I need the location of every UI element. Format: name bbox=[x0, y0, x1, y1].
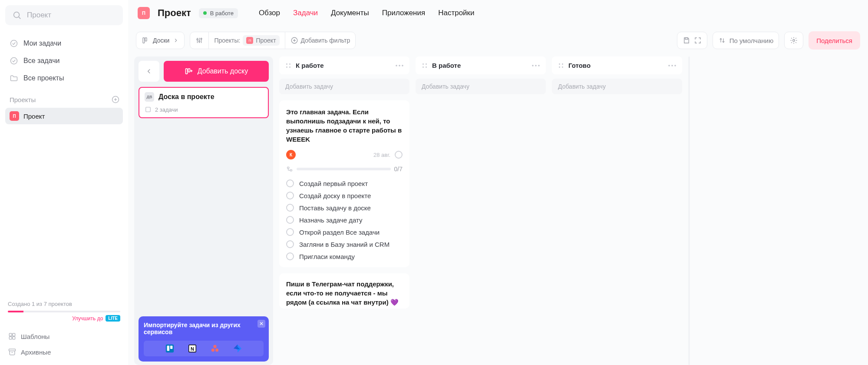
board-name: Доска в проекте bbox=[158, 93, 215, 101]
subtask-item[interactable]: Назначь задаче дату bbox=[286, 216, 403, 224]
subtask-checkbox[interactable] bbox=[286, 216, 294, 224]
board-icon bbox=[142, 36, 149, 44]
svg-rect-7 bbox=[9, 333, 12, 336]
task-complete-checkbox[interactable] bbox=[395, 151, 403, 159]
task-date: 28 авг. bbox=[373, 152, 390, 158]
svg-text:N: N bbox=[191, 346, 194, 352]
jira-icon[interactable] bbox=[232, 343, 243, 354]
add-board-button[interactable]: Добавить доску bbox=[164, 61, 269, 82]
subtask-checkbox[interactable] bbox=[286, 228, 294, 236]
column-header[interactable]: Готово bbox=[552, 56, 682, 74]
board-view-selector[interactable]: Доски bbox=[136, 32, 185, 49]
gear-icon bbox=[790, 36, 798, 44]
tab-apps[interactable]: Приложения bbox=[382, 9, 425, 17]
svg-point-44 bbox=[289, 66, 290, 68]
add-board-icon bbox=[185, 67, 193, 76]
notion-icon[interactable]: N bbox=[187, 343, 198, 354]
filter-settings-button[interactable] bbox=[190, 32, 208, 49]
check-circle-icon bbox=[10, 39, 18, 48]
task-card[interactable]: Это главная задача. Если выполнишь подза… bbox=[279, 100, 409, 267]
column-header[interactable]: К работе bbox=[279, 56, 409, 74]
status-dot-icon bbox=[203, 11, 207, 15]
svg-point-60 bbox=[562, 66, 563, 68]
tab-documents[interactable]: Документы bbox=[331, 9, 369, 17]
nav-templates[interactable]: Шаблоны bbox=[5, 328, 123, 344]
tab-settings[interactable]: Настройки bbox=[438, 9, 474, 17]
add-project-icon[interactable] bbox=[112, 96, 119, 103]
svg-point-52 bbox=[422, 66, 424, 68]
header-project-badge: П bbox=[138, 7, 150, 19]
progress-text: 0/7 bbox=[394, 166, 403, 173]
more-icon[interactable] bbox=[396, 65, 403, 66]
subtask-checkbox[interactable] bbox=[286, 192, 294, 199]
tab-tasks[interactable]: Задачи bbox=[293, 9, 318, 17]
subtask-item[interactable]: Пригласи команду bbox=[286, 252, 403, 260]
add-task-input[interactable]: Добавить задачу bbox=[552, 79, 682, 94]
subtask-checkbox[interactable] bbox=[286, 179, 294, 187]
folder-icon bbox=[10, 74, 18, 83]
task-card[interactable]: Пиши в Телеграм-чат поддержки, если что-… bbox=[279, 273, 409, 309]
sort-selector[interactable]: По умолчанию bbox=[713, 32, 779, 49]
nav-archived[interactable]: Архивные bbox=[5, 344, 123, 360]
tab-overview[interactable]: Обзор bbox=[259, 9, 280, 17]
plus-circle-icon bbox=[290, 36, 298, 44]
nav-my-tasks[interactable]: Мои задачи bbox=[5, 36, 123, 51]
save-icon bbox=[683, 36, 690, 44]
projects-filter[interactable]: Проекты: П Проект bbox=[208, 32, 284, 49]
subtask-item[interactable]: Создай доску в проекте bbox=[286, 192, 403, 199]
projects-header-label: Проекты bbox=[10, 96, 36, 103]
svg-point-62 bbox=[671, 65, 673, 66]
svg-point-46 bbox=[399, 65, 400, 66]
subtask-checkbox[interactable] bbox=[286, 252, 294, 260]
import-title: Импортируйте задачи из других сервисов bbox=[144, 322, 264, 335]
svg-point-20 bbox=[201, 38, 202, 40]
asana-icon[interactable] bbox=[210, 343, 220, 354]
board-list-panel: Добавить доску ДВ Доска в проекте 2 зада… bbox=[134, 56, 273, 365]
subtask-item[interactable]: Создай первый проект bbox=[286, 179, 403, 187]
sidebar-project-item[interactable]: П Проект bbox=[5, 108, 123, 124]
column-done: Готово Добавить задачу bbox=[552, 56, 682, 365]
avatar: К bbox=[286, 150, 296, 159]
svg-point-16 bbox=[197, 39, 198, 40]
subtask-checkbox[interactable] bbox=[286, 204, 294, 212]
subtask-item[interactable]: Поставь задачу в доске bbox=[286, 204, 403, 212]
subtask-item[interactable]: Загляни в Базу знаний и CRM bbox=[286, 240, 403, 248]
svg-rect-11 bbox=[9, 349, 16, 351]
import-popup: ✕ Импортируйте задачи из других сервисов… bbox=[139, 316, 269, 362]
column-todo: К работе Добавить задачу Это главная зад… bbox=[279, 56, 409, 365]
svg-point-3 bbox=[11, 58, 17, 64]
trello-icon[interactable] bbox=[165, 343, 175, 354]
more-icon[interactable] bbox=[668, 65, 676, 66]
search-input[interactable]: Проект bbox=[5, 5, 123, 25]
svg-rect-35 bbox=[170, 346, 173, 349]
svg-point-39 bbox=[211, 348, 215, 352]
svg-rect-49 bbox=[290, 169, 292, 171]
svg-rect-32 bbox=[146, 107, 151, 112]
sidebar: Проект Мои задачи Все задачи Все проекты… bbox=[0, 0, 128, 365]
add-task-input[interactable]: Добавить задачу bbox=[279, 79, 409, 94]
save-view-button[interactable] bbox=[677, 32, 707, 49]
add-filter-button[interactable]: Добавить фильтр bbox=[285, 32, 356, 49]
sliders-icon bbox=[195, 36, 203, 44]
subtask-checkbox[interactable] bbox=[286, 240, 294, 248]
subtask-item[interactable]: Открой раздел Все задачи bbox=[286, 228, 403, 236]
main: П Проект В работе Обзор Задачи Документы… bbox=[128, 0, 868, 365]
svg-point-41 bbox=[286, 63, 287, 65]
nav-all-projects[interactable]: Все проекты bbox=[5, 70, 123, 86]
status-selector[interactable]: В работе bbox=[199, 8, 238, 18]
close-icon[interactable]: ✕ bbox=[257, 320, 265, 328]
upgrade-link[interactable]: Улучшить до LITE bbox=[8, 315, 120, 322]
nav-all-tasks[interactable]: Все задачи bbox=[5, 53, 123, 69]
settings-gear-button[interactable] bbox=[784, 32, 803, 49]
board-card[interactable]: ДВ Доска в проекте 2 задачи bbox=[139, 87, 269, 118]
svg-rect-9 bbox=[9, 337, 12, 339]
svg-point-0 bbox=[14, 12, 20, 18]
collapse-panel-button[interactable] bbox=[139, 61, 159, 82]
more-icon[interactable] bbox=[532, 65, 540, 66]
svg-point-2 bbox=[11, 40, 17, 47]
share-button[interactable]: Поделиться bbox=[809, 31, 860, 50]
add-task-input[interactable]: Добавить задачу bbox=[416, 79, 546, 94]
svg-rect-29 bbox=[188, 69, 190, 72]
templates-icon bbox=[8, 332, 17, 341]
column-header[interactable]: В работе bbox=[416, 56, 546, 74]
